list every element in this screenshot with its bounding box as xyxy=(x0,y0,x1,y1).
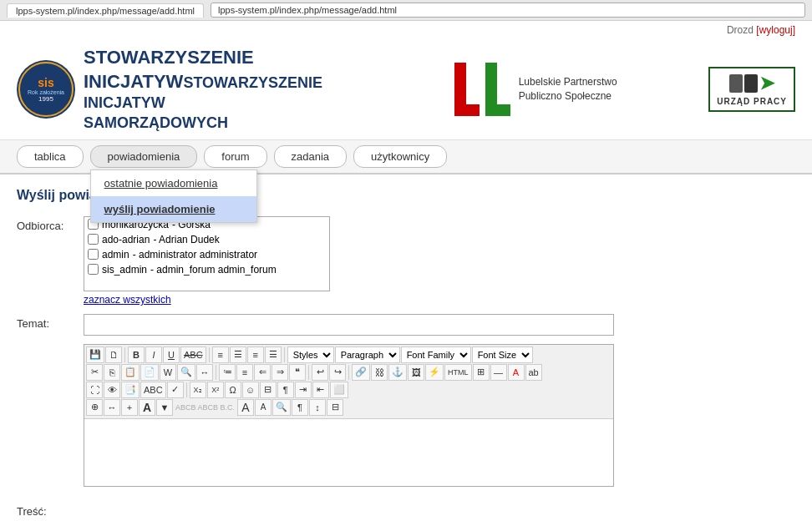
toolbar-smiley[interactable]: ☺ xyxy=(242,382,259,398)
toolbar-preview[interactable]: 👁 xyxy=(104,382,120,398)
toolbar-save[interactable]: 💾 xyxy=(86,346,104,363)
toolbar-blockquote[interactable]: ❝ xyxy=(289,364,306,381)
recipient-fullname-3: - admin_forum admin_forum xyxy=(150,264,277,276)
nav-powiadomienia-wrapper: powiadomienia ostatnie powiadomienia wyś… xyxy=(90,145,198,168)
toolbar-show-blocks[interactable]: ¶ xyxy=(277,382,294,398)
nav-forum[interactable]: forum xyxy=(204,145,266,168)
toolbar-pagebreak[interactable]: ⊟ xyxy=(260,382,277,398)
powiadomienia-dropdown: ostatnie powiadomienia wyślij powiadomie… xyxy=(90,169,257,223)
toolbar-resize[interactable]: ↔ xyxy=(104,399,120,416)
sep-3 xyxy=(284,347,285,362)
toolbar-subscript[interactable]: X₂ xyxy=(190,382,206,398)
recipient-username-2: admin xyxy=(102,249,129,260)
select-all-link[interactable]: zaznacz wszystkich xyxy=(84,294,171,306)
toolbar-font-a[interactable]: A xyxy=(237,399,254,416)
urzad-pracy-label: URZĄD PRACY xyxy=(717,97,787,106)
urzad-pracy-icon: ➤ xyxy=(729,73,774,94)
recipient-checkbox-2[interactable] xyxy=(88,249,99,260)
toolbar-redo[interactable]: ↪ xyxy=(329,364,346,381)
sep-5 xyxy=(308,365,309,380)
toolbar-ul[interactable]: ≔ xyxy=(219,364,236,381)
toolbar-paste-text[interactable]: 📄 xyxy=(140,364,159,381)
toolbar-strikethrough[interactable]: ABC xyxy=(180,346,206,363)
toolbar-paste[interactable]: 📋 xyxy=(121,364,140,381)
center-logo: Lubelskie Partnerstwo Publiczno Społeczn… xyxy=(363,63,708,116)
toolbar-extra2[interactable]: ↕ xyxy=(309,399,326,416)
toolbar-row-3: ⛶ 👁 📑 ABC ✓ X₂ X² Ω ☺ ⊟ ¶ ⇥ ⇤ xyxy=(86,382,612,398)
subject-input[interactable] xyxy=(84,314,614,336)
toolbar-undo[interactable]: ↩ xyxy=(312,364,328,381)
toolbar-indent-inc[interactable]: ⇒ xyxy=(272,364,288,381)
toolbar-paste-word[interactable]: W xyxy=(160,364,176,381)
toolbar-search2[interactable]: 🔍 xyxy=(272,399,291,416)
toolbar-unlink[interactable]: ⛓ xyxy=(371,364,388,381)
toolbar-new[interactable]: 🗋 xyxy=(105,346,122,363)
editor-content-area[interactable] xyxy=(84,419,613,486)
toolbar-link[interactable]: 🔗 xyxy=(352,364,370,381)
nav-tablica[interactable]: tablica xyxy=(17,145,84,168)
toolbar-html[interactable]: HTML xyxy=(444,364,472,381)
recipient-fullname-2: - administrator administrator xyxy=(133,249,257,260)
toolbar-extra3[interactable]: ⊟ xyxy=(327,399,343,416)
editor-label-spacer xyxy=(17,344,84,347)
dropdown-item-wyslij[interactable]: wyślij powiadomienie xyxy=(91,196,256,222)
top-bar: Drozd [wyloguj] xyxy=(0,21,812,39)
toolbar-show-paragraph[interactable]: ¶ xyxy=(292,399,308,416)
toolbar-extra1[interactable]: + xyxy=(121,399,138,416)
toolbar-template[interactable]: 📑 xyxy=(121,382,140,398)
toolbar-anchor[interactable]: ⚓ xyxy=(388,364,407,381)
toolbar-align-justify[interactable]: ☰ xyxy=(265,346,282,363)
logout-link[interactable]: [wyloguj] xyxy=(756,24,795,36)
font-family-select[interactable]: Font Family xyxy=(401,346,471,363)
toolbar-underline[interactable]: U xyxy=(163,346,180,363)
toolbar-spell2[interactable]: ✓ xyxy=(167,382,184,398)
recipient-fullname-1: - Adrian Dudek xyxy=(153,234,219,245)
toolbar-ol[interactable]: ≡ xyxy=(236,364,253,381)
org-logo-inner: sis Rok założenia 1995 xyxy=(18,62,74,117)
toolbar-find[interactable]: 🔍 xyxy=(177,364,195,381)
toolbar-indent-dec[interactable]: ⇐ xyxy=(254,364,271,381)
toolbar-font-dec[interactable]: ▼ xyxy=(156,399,173,416)
recipient-field: monikarozycka - Górska ado-adrian - Adri… xyxy=(84,216,795,306)
toolbar-image[interactable]: 🖼 xyxy=(408,364,424,381)
toolbar-align-left[interactable]: ≡ xyxy=(212,346,229,363)
browser-bar: lpps-system.pl/index.php/message/add.htm… xyxy=(0,0,812,21)
recipient-checkbox-1[interactable] xyxy=(88,234,99,245)
recipient-username-1: ado-adrian xyxy=(102,234,150,245)
toolbar-replace[interactable]: ↔ xyxy=(196,364,213,381)
toolbar-maximize[interactable]: ⬜ xyxy=(330,382,348,398)
dropdown-item-ostatnie[interactable]: ostatnie powiadomienia xyxy=(91,170,256,196)
toolbar-cut[interactable]: ✂ xyxy=(86,364,103,381)
toolbar-flash[interactable]: ⚡ xyxy=(425,364,444,381)
nav-zadania[interactable]: zadania xyxy=(274,145,348,168)
toolbar-table[interactable]: ⊞ xyxy=(473,364,490,381)
green-l xyxy=(485,63,510,116)
toolbar-fullscreen[interactable]: ⛶ xyxy=(86,382,103,398)
logo-area: sis Rok założenia 1995 Stowarzyszenie In… xyxy=(17,46,363,133)
toolbar-spell[interactable]: ABC xyxy=(140,382,166,398)
toolbar-italic[interactable]: I xyxy=(145,346,162,363)
toolbar-font-a2[interactable]: A xyxy=(255,399,272,416)
toolbar-align-right[interactable]: ≡ xyxy=(247,346,264,363)
toolbar-copy[interactable]: ⎘ xyxy=(104,364,120,381)
toolbar-font-size-big[interactable]: A xyxy=(139,399,155,416)
toolbar-dir-rtl[interactable]: ⇤ xyxy=(312,382,329,398)
toolbar-dir-ltr[interactable]: ⇥ xyxy=(295,382,312,398)
paragraph-select[interactable]: Paragraph xyxy=(335,346,400,363)
toolbar-bold[interactable]: B xyxy=(128,346,145,363)
recipients-box[interactable]: monikarozycka - Górska ado-adrian - Adri… xyxy=(84,216,330,291)
toolbar-font-color[interactable]: A xyxy=(508,364,525,381)
sep-4 xyxy=(216,365,216,380)
recipient-checkbox-3[interactable] xyxy=(88,264,99,275)
toolbar-drag[interactable]: ⊕ xyxy=(86,399,103,416)
font-size-select[interactable]: Font Size xyxy=(472,346,533,363)
toolbar-bg-color[interactable]: ab xyxy=(525,364,542,381)
styles-select[interactable]: Styles xyxy=(287,346,334,363)
toolbar-special[interactable]: Ω xyxy=(225,382,241,398)
toolbar-row-2: ✂ ⎘ 📋 📄 W 🔍 ↔ ≔ ≡ ⇐ ⇒ ❝ ↩ xyxy=(86,364,612,381)
toolbar-superscript[interactable]: X² xyxy=(207,382,224,398)
toolbar-align-center[interactable]: ☰ xyxy=(230,346,246,363)
nav-powiadomienia[interactable]: powiadomienia xyxy=(90,145,198,168)
toolbar-hr[interactable]: — xyxy=(490,364,507,381)
nav-uzytkownicy[interactable]: użytkownicy xyxy=(353,145,447,168)
